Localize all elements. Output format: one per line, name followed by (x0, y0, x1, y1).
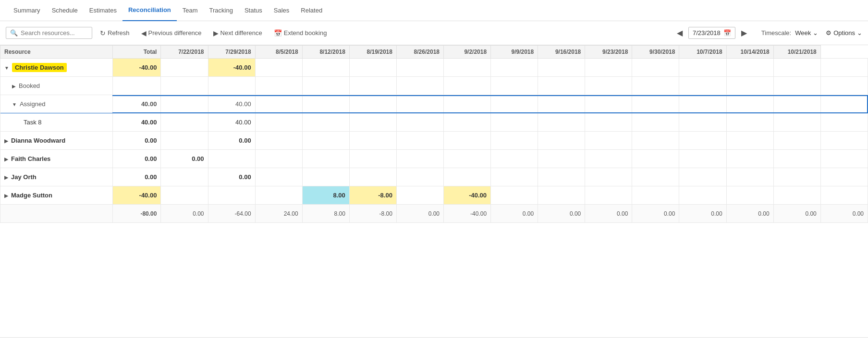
expand-icon[interactable]: ▶ (4, 193, 8, 198)
date-cell: 0.00 (161, 205, 208, 223)
date-cell (820, 150, 868, 168)
table-row: ▶Booked (0, 77, 868, 95)
extend-booking-button[interactable]: 📅 Extend booking (270, 27, 331, 39)
date-cell: 8.00 (302, 205, 349, 223)
timescale-chevron-icon: ⌄ (813, 29, 818, 37)
timescale-select[interactable]: Week ⌄ (795, 29, 818, 37)
date-cell (349, 77, 396, 95)
resource-name: Madge Sutton (11, 192, 52, 199)
date-cell (302, 150, 349, 168)
sub-resource-name: Booked (19, 82, 40, 89)
date-cell (632, 168, 679, 186)
date-cell (396, 186, 443, 205)
expand-icon[interactable]: ▶ (4, 157, 8, 162)
table-row[interactable]: ▼Christie Dawson-40.00-40.00 (0, 59, 868, 77)
date-cell (491, 132, 538, 150)
date-cell (444, 168, 491, 186)
date-cell: 0.00 (396, 205, 443, 223)
date-cell: 40.00 (208, 113, 255, 132)
date-cell (444, 59, 491, 77)
expand-icon[interactable]: ▶ (4, 175, 8, 180)
expand-icon[interactable]: ▶ (4, 138, 8, 144)
date-cell (396, 132, 443, 150)
date-cell (726, 150, 773, 168)
nav-schedule[interactable]: Schedule (46, 0, 84, 21)
gear-icon: ⚙ (826, 29, 831, 37)
total-cell: 40.00 (113, 113, 161, 132)
nav-sales[interactable]: Sales (268, 0, 295, 21)
table-row[interactable]: ▶Madge Sutton-40.008.00-8.00-40.00 (0, 186, 868, 205)
legend: Legend: Booking shortage Excess bookings (0, 337, 868, 342)
next-diff-button[interactable]: ▶ Next difference (209, 27, 266, 39)
total-cell: 40.00 (113, 95, 161, 113)
date-cell (349, 95, 396, 113)
date-cell (161, 77, 208, 95)
nav-team[interactable]: Team (177, 0, 204, 21)
nav-summary[interactable]: Summary (8, 0, 46, 21)
date-cell (349, 113, 396, 132)
col-header-8-5: 8/5/2018 (255, 46, 302, 59)
date-cell: -40.00 (444, 205, 491, 223)
date-cell (632, 59, 679, 77)
nav-related[interactable]: Related (295, 0, 328, 21)
date-cell (491, 95, 538, 113)
date-prev-button[interactable]: ◀ (674, 27, 685, 38)
date-cell (820, 95, 868, 113)
nav-tracking[interactable]: Tracking (204, 0, 239, 21)
date-cell: 0.00 (679, 205, 726, 223)
date-cell (161, 168, 208, 186)
table-row[interactable]: ▶Faith Charles0.000.00 (0, 150, 868, 168)
refresh-button[interactable]: ↻ Refresh (96, 27, 134, 39)
collapse-icon[interactable]: ▼ (4, 65, 9, 71)
resource-cell[interactable]: ▶Dianna Woodward (0, 132, 113, 150)
date-cell (349, 168, 396, 186)
date-cell (491, 113, 538, 132)
nav-reconciliation[interactable]: Reconciliation (122, 0, 177, 21)
date-next-button[interactable]: ▶ (738, 27, 750, 38)
date-cell: 8.00 (302, 186, 349, 205)
date-cell (585, 95, 632, 113)
resource-cell[interactable]: ▼Christie Dawson (0, 59, 113, 77)
date-cell (255, 113, 302, 132)
date-cell (726, 59, 773, 77)
date-cell: 0.00 (491, 205, 538, 223)
date-cell (820, 77, 868, 95)
prev-diff-button[interactable]: ◀ Previous difference (137, 27, 206, 39)
resource-cell[interactable]: ▶Madge Sutton (0, 186, 113, 205)
col-header-8-26: 8/26/2018 (396, 46, 443, 59)
date-cell (349, 132, 396, 150)
collapse-icon[interactable]: ▼ (12, 102, 17, 107)
options-button[interactable]: ⚙ Options ⌄ (826, 29, 862, 37)
resource-name: Faith Charles (11, 155, 50, 162)
date-cell: 0.00 (208, 168, 255, 186)
date-cell (444, 113, 491, 132)
date-cell (396, 77, 443, 95)
nav-status[interactable]: Status (239, 0, 268, 21)
resource-cell[interactable]: ▶Faith Charles (0, 150, 113, 168)
date-cell (538, 150, 585, 168)
date-cell (726, 113, 773, 132)
table-row[interactable]: ▶Dianna Woodward0.000.00 (0, 132, 868, 150)
resource-cell[interactable]: ▶Jay Orth (0, 168, 113, 186)
resource-cell: ▶Booked (0, 77, 113, 95)
table-row: ▼Assigned40.0040.00 (0, 95, 868, 113)
date-cell (679, 168, 726, 186)
date-cell (585, 59, 632, 77)
col-header-7-29: 7/29/2018 (208, 46, 255, 59)
date-cell (820, 168, 868, 186)
date-display[interactable]: 7/23/2018 📅 (688, 27, 735, 39)
date-cell (444, 95, 491, 113)
date-cell (396, 95, 443, 113)
nav-estimates[interactable]: Estimates (84, 0, 122, 21)
search-input[interactable] (21, 29, 88, 37)
date-cell (632, 186, 679, 205)
expand-icon[interactable]: ▶ (12, 84, 16, 89)
date-cell (538, 132, 585, 150)
table-row[interactable]: ▶Jay Orth0.000.00 (0, 168, 868, 186)
options-chevron-icon: ⌄ (857, 29, 862, 37)
date-cell (585, 150, 632, 168)
date-cell (679, 132, 726, 150)
date-cell (773, 77, 820, 95)
search-box[interactable]: 🔍 (6, 27, 92, 39)
date-cell (726, 186, 773, 205)
